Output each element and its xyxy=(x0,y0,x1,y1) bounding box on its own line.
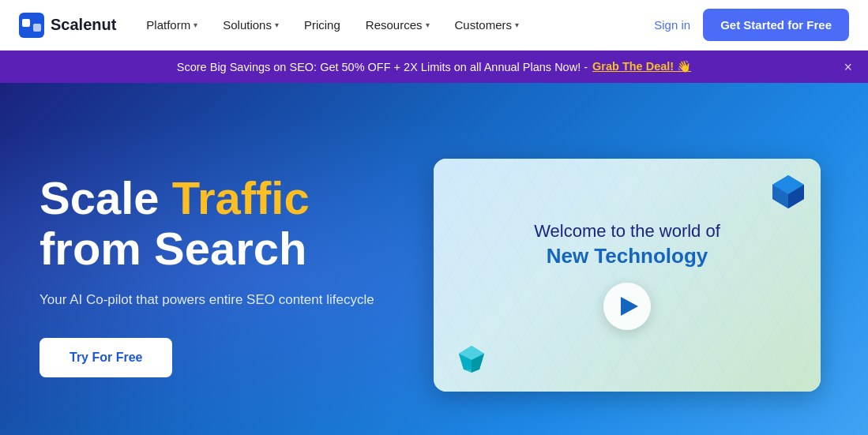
video-title-bottom: New Technology xyxy=(534,243,720,270)
heading-highlight: Traffic xyxy=(172,172,310,223)
hero-left: Scale Traffic from Search Your AI Co-pil… xyxy=(39,173,386,377)
nav-pricing[interactable]: Pricing xyxy=(293,12,351,38)
nav-right: Sign in Get Started for Free xyxy=(654,9,849,41)
hero-subtext: Your AI Co-pilot that powers entire SEO … xyxy=(39,290,386,310)
try-free-button[interactable]: Try For Free xyxy=(39,338,172,377)
navbar: Scalenut Platform ▾ Solutions ▾ Pricing … xyxy=(0,0,868,51)
get-started-button[interactable]: Get Started for Free xyxy=(703,9,849,41)
heading-line1: Scale Traffic xyxy=(39,172,310,223)
promo-link[interactable]: Grab The Deal! 👋 xyxy=(592,60,691,73)
nav-customers[interactable]: Customers ▾ xyxy=(444,12,531,38)
logo-icon xyxy=(19,13,44,38)
video-title-top: Welcome to the world of xyxy=(534,220,720,243)
chevron-down-icon: ▾ xyxy=(275,21,279,29)
nav-platform[interactable]: Platform ▾ xyxy=(135,12,209,38)
heading-line2: from Search xyxy=(39,223,306,274)
play-icon xyxy=(621,297,638,316)
chevron-down-icon: ▾ xyxy=(515,21,519,29)
hero-right: Welcome to the world of New Technology xyxy=(434,159,821,392)
video-content: Welcome to the world of New Technology xyxy=(534,220,720,329)
video-container[interactable]: Welcome to the world of New Technology xyxy=(434,159,821,392)
play-button[interactable] xyxy=(603,283,651,330)
nav-resources[interactable]: Resources ▾ xyxy=(355,12,441,38)
gem-decoration xyxy=(457,344,486,373)
video-title: Welcome to the world of New Technology xyxy=(534,220,720,269)
hero-section: Scale Traffic from Search Your AI Co-pil… xyxy=(0,83,868,435)
chevron-down-icon: ▾ xyxy=(194,21,197,29)
nav-solutions[interactable]: Solutions ▾ xyxy=(212,12,290,38)
nav-links: Platform ▾ Solutions ▾ Pricing Resources… xyxy=(135,12,654,38)
logo[interactable]: Scalenut xyxy=(19,13,116,38)
close-icon[interactable]: × xyxy=(844,58,852,75)
promo-banner: Score Big Savings on SEO: Get 50% OFF + … xyxy=(0,51,868,83)
svg-rect-1 xyxy=(22,19,30,27)
hero-heading: Scale Traffic from Search xyxy=(39,173,386,274)
svg-rect-2 xyxy=(33,24,41,32)
signin-link[interactable]: Sign in xyxy=(654,18,690,32)
promo-text: Score Big Savings on SEO: Get 50% OFF + … xyxy=(177,61,588,73)
chevron-down-icon: ▾ xyxy=(426,21,430,29)
cube-decoration xyxy=(768,171,808,211)
brand-name: Scalenut xyxy=(51,16,116,34)
